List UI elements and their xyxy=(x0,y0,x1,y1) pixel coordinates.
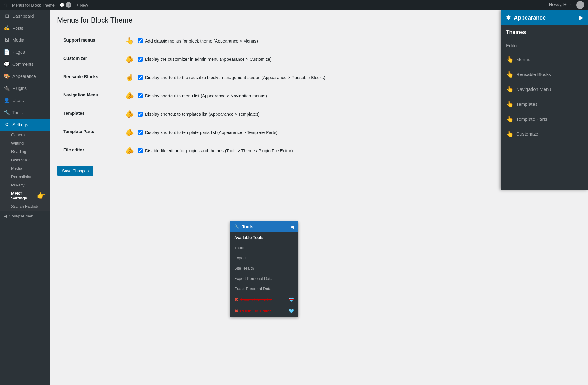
site-name[interactable]: Menus for Block Theme xyxy=(12,3,55,7)
setting-desc-templates: Display shortcut to templates list (Appe… xyxy=(145,112,260,117)
setting-desc-navigation-menu: Display shortcut to menu list (Appearanc… xyxy=(145,93,267,98)
setting-label-templates: Templates xyxy=(63,110,125,116)
appearance-themes[interactable]: Themes xyxy=(501,25,588,39)
menus-hand-icon: 👆 xyxy=(506,56,514,63)
emoji-green-hand: 🫵 xyxy=(125,147,134,155)
submenu-permalinks[interactable]: Permalinks xyxy=(0,172,50,181)
menu-item-comments[interactable]: 💬 Comments xyxy=(0,58,50,70)
appearance-templates[interactable]: 👆 Templates xyxy=(501,96,588,111)
submenu-discussion[interactable]: Discussion xyxy=(0,156,50,164)
checkbox-templates[interactable] xyxy=(138,112,143,117)
theme-file-editor-label: Theme File Editor xyxy=(240,297,272,302)
comment-icon: 💬 xyxy=(60,3,65,7)
customize-hand-icon: 👆 xyxy=(506,130,514,137)
collapse-icon: ◀ xyxy=(4,214,7,218)
checkbox-support-menus[interactable] xyxy=(138,38,143,43)
comments-link[interactable]: 💬 0 xyxy=(60,2,71,8)
plugin-file-editor-label: Plugin File Editor xyxy=(240,309,271,313)
appearance-menus[interactable]: 👆 Menus xyxy=(501,52,588,67)
appearance-flyout-header: ✱ Appearance ▶ xyxy=(501,10,588,25)
tools-site-health[interactable]: Site Health xyxy=(230,263,298,273)
admin-bar: ⌂ Menus for Block Theme 💬 0 + New Howdy,… xyxy=(0,0,588,10)
tools-flyout-wrench-icon: 🔧 xyxy=(234,224,239,229)
tools-theme-file-editor[interactable]: ✖ Theme File Editor 🩵 xyxy=(230,294,298,305)
submenu-mfbt[interactable]: MFBT Settings 👉 xyxy=(0,189,50,202)
save-changes-button[interactable]: Save Changes xyxy=(57,166,93,176)
appearance-navigation-menu[interactable]: 👆 Navigation Menu xyxy=(501,82,588,96)
tools-export-personal-data[interactable]: Export Personal Data xyxy=(230,273,298,284)
checkbox-reusable-blocks[interactable] xyxy=(138,75,143,80)
menu-item-tools[interactable]: 🔧 Tools xyxy=(0,106,50,119)
navigation-hand-icon: 👆 xyxy=(506,85,514,93)
theme-editor-disabled-icon: ✖ xyxy=(234,297,238,302)
menu-item-posts[interactable]: ✍ Posts xyxy=(0,22,50,34)
emoji-purple-hand: 🫵 xyxy=(125,92,134,100)
emoji-orange-hand: 🫵 xyxy=(125,55,134,63)
submenu-general[interactable]: General xyxy=(0,131,50,139)
template-parts-hand-icon: 👆 xyxy=(506,115,514,123)
tools-label: Tools xyxy=(12,110,23,115)
appearance-icon: 🎨 xyxy=(4,73,10,79)
appearance-editor[interactable]: Editor xyxy=(501,39,588,52)
tools-export[interactable]: Export xyxy=(230,253,298,263)
theme-hand-emoji: 🩵 xyxy=(289,297,294,302)
pages-label: Pages xyxy=(12,50,25,55)
menu-item-appearance[interactable]: 🎨 Appearance xyxy=(0,70,50,82)
menu-item-dashboard[interactable]: ⊞ Dashboard xyxy=(0,10,50,22)
templates-hand-icon: 👆 xyxy=(506,100,514,108)
emoji-yellow-hand: 🫵 xyxy=(125,110,134,118)
tools-import[interactable]: Import xyxy=(230,243,298,253)
appearance-flyout-icon: ✱ xyxy=(506,14,511,21)
emoji-red-hand: ☝ xyxy=(125,74,134,82)
menu-item-users[interactable]: 👤 Users xyxy=(0,94,50,106)
emoji-blue-hand: 👆 xyxy=(125,37,134,45)
setting-desc-template-parts: Display shortcut to template parts list … xyxy=(145,130,278,135)
submenu-writing[interactable]: Writing xyxy=(0,139,50,147)
new-content-button[interactable]: + New xyxy=(76,3,88,7)
collapse-label: Collapse menu xyxy=(9,214,36,218)
appearance-label: Appearance xyxy=(12,74,36,79)
menu-item-media[interactable]: 🖼 Media xyxy=(0,34,50,46)
plugins-label: Plugins xyxy=(12,86,27,91)
menu-item-settings[interactable]: ⚙ Settings xyxy=(0,119,50,131)
howdy-text: Howdy, Hello xyxy=(549,2,573,7)
collapse-menu-button[interactable]: ◀ Collapse menu xyxy=(0,211,50,222)
tools-plugin-file-editor[interactable]: ✖ Plugin File Editor 🩵 xyxy=(230,305,298,317)
menu-item-pages[interactable]: 📄 Pages xyxy=(0,46,50,58)
appearance-customize[interactable]: 👆 Customize xyxy=(501,126,588,141)
appearance-flyout-close-icon[interactable]: ▶ xyxy=(579,14,583,21)
menu-item-plugins[interactable]: 🔌 Plugins xyxy=(0,82,50,94)
tools-available-tools[interactable]: Available Tools xyxy=(230,232,298,243)
submenu-privacy[interactable]: Privacy xyxy=(0,181,50,189)
tools-flyout-close-icon[interactable]: ◀ xyxy=(290,224,294,229)
admin-sidebar: ⊞ Dashboard ✍ Posts 🖼 Media 📄 Pages 💬 Co… xyxy=(0,10,50,385)
comment-count: 0 xyxy=(66,2,71,8)
submenu-search-exclude[interactable]: Search Exclude xyxy=(0,202,50,211)
comments-label: Comments xyxy=(12,62,34,67)
setting-desc-support-menus: Add classic menus for block theme (Appea… xyxy=(145,38,258,43)
checkbox-file-editor[interactable] xyxy=(138,148,143,153)
appearance-template-parts[interactable]: 👆 Template Parts xyxy=(501,111,588,126)
mfbt-label: MFBT Settings xyxy=(11,191,35,200)
setting-label-navigation-menu: Navigation Menu xyxy=(63,92,125,97)
tools-flyout-title: Tools xyxy=(242,224,253,229)
settings-icon: ⚙ xyxy=(4,122,10,128)
users-icon: 👤 xyxy=(4,97,10,103)
appearance-flyout: ✱ Appearance ▶ Themes Editor 👆 Menus 👆 R… xyxy=(501,10,588,190)
setting-label-customizer: Customizer xyxy=(63,55,125,61)
appearance-reusable-blocks[interactable]: 👆 Reusable Blocks xyxy=(501,67,588,82)
setting-label-reusable-blocks: Reusable Blocks xyxy=(63,74,125,79)
user-avatar[interactable] xyxy=(576,1,584,9)
checkbox-template-parts[interactable] xyxy=(138,130,143,135)
reusable-hand-icon: 👆 xyxy=(506,70,514,78)
tools-erase-personal-data[interactable]: Erase Personal Data xyxy=(230,284,298,294)
submenu-media[interactable]: Media xyxy=(0,164,50,172)
submenu-reading[interactable]: Reading xyxy=(0,147,50,156)
checkbox-navigation-menu[interactable] xyxy=(138,93,143,98)
plugin-hand-emoji: 🩵 xyxy=(289,309,294,313)
dashboard-icon: ⊞ xyxy=(4,13,10,19)
posts-icon: ✍ xyxy=(4,25,10,31)
checkbox-customizer[interactable] xyxy=(138,57,143,62)
setting-desc-reusable-blocks: Display shortcut to the reusable blocks … xyxy=(145,75,325,80)
setting-label-support-menus: Support menus xyxy=(63,37,125,43)
